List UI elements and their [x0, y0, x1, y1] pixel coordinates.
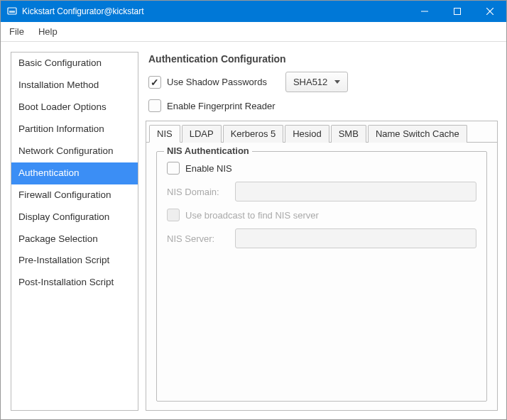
close-button[interactable] — [474, 1, 506, 22]
tab-kerberos5[interactable]: Kerberos 5 — [223, 125, 284, 143]
sidebar-item-authentication[interactable]: Authentication — [11, 162, 138, 184]
svg-rect-1 — [9, 11, 15, 13]
hash-dropdown[interactable]: SHA512 — [285, 72, 348, 92]
tab-name-switch-cache[interactable]: Name Switch Cache — [368, 125, 467, 143]
sidebar-item-firewall-configuration[interactable]: Firewall Configuration — [11, 184, 138, 206]
sidebar-item-boot-loader-options[interactable]: Boot Loader Options — [11, 96, 138, 118]
titlebar: Kickstart Configurator@kickstart — [1, 1, 506, 22]
nis-domain-input[interactable] — [235, 182, 476, 201]
sidebar-item-partition-information[interactable]: Partition Information — [11, 118, 138, 140]
sidebar-item-pre-installation-script[interactable]: Pre-Installation Script — [11, 250, 138, 272]
enable-fingerprint-label: Enable Fingerprint Reader — [167, 101, 275, 111]
nis-domain-label: NIS Domain: — [167, 187, 229, 197]
menu-help[interactable]: Help — [36, 24, 60, 39]
main-area: Basic Configuration Installation Method … — [1, 42, 506, 419]
sidebar-item-display-configuration[interactable]: Display Configuration — [11, 206, 138, 228]
nis-server-input[interactable] — [235, 228, 476, 248]
tabs: NIS LDAP Kerberos 5 Hesiod SMB Name Swit… — [146, 121, 497, 143]
maximize-button[interactable] — [441, 1, 474, 22]
enable-nis-checkbox[interactable] — [167, 162, 180, 175]
tab-body: NIS Authentication Enable NIS NIS Domain… — [146, 143, 497, 410]
page-title: Authentication Configuration — [148, 53, 498, 65]
nis-authentication-fieldset: NIS Authentication Enable NIS NIS Domain… — [156, 151, 487, 402]
app-icon — [6, 6, 18, 17]
sidebar-item-post-installation-script[interactable]: Post-Installation Script — [11, 272, 138, 294]
menu-file[interactable]: File — [6, 24, 27, 39]
nis-broadcast-checkbox[interactable] — [167, 209, 180, 221]
sidebar-item-installation-method[interactable]: Installation Method — [11, 74, 138, 96]
sidebar-item-basic-configuration[interactable]: Basic Configuration — [11, 52, 138, 74]
nis-server-label: NIS Server: — [167, 233, 229, 244]
sidebar-item-network-configuration[interactable]: Network Configuration — [11, 140, 138, 162]
minimize-button[interactable] — [408, 1, 441, 22]
auth-tab-container: NIS LDAP Kerberos 5 Hesiod SMB Name Swit… — [146, 121, 498, 411]
use-shadow-passwords-label: Use Shadow Passwords — [167, 77, 267, 87]
use-shadow-passwords-checkbox[interactable] — [148, 76, 161, 89]
content-pane: Authentication Configuration Use Shadow … — [146, 52, 498, 411]
tab-ldap[interactable]: LDAP — [182, 125, 222, 143]
window-title: Kickstart Configurator@kickstart — [22, 6, 408, 16]
enable-fingerprint-checkbox[interactable] — [148, 99, 161, 112]
menubar: File Help — [1, 22, 506, 42]
tab-hesiod[interactable]: Hesiod — [285, 125, 329, 143]
tab-nis[interactable]: NIS — [149, 125, 180, 143]
svg-rect-3 — [454, 9, 461, 15]
sidebar-item-package-selection[interactable]: Package Selection — [11, 228, 138, 250]
hash-dropdown-value: SHA512 — [293, 77, 327, 87]
sidebar: Basic Configuration Installation Method … — [11, 52, 138, 411]
tab-smb[interactable]: SMB — [331, 125, 366, 143]
chevron-down-icon — [334, 80, 340, 84]
enable-nis-label: Enable NIS — [185, 163, 232, 174]
nis-legend: NIS Authentication — [164, 145, 252, 156]
nis-broadcast-label: Use broadcast to find NIS server — [185, 210, 319, 221]
